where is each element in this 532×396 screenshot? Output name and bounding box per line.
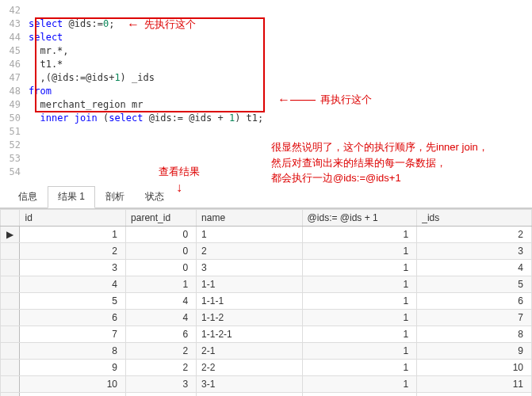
cell-_ids[interactable]: 2 bbox=[417, 227, 532, 243]
cell-parent_id[interactable]: 0 bbox=[126, 243, 197, 260]
code-content[interactable]: select @ids:=0; bbox=[29, 18, 114, 29]
row-marker bbox=[1, 276, 20, 293]
col-header-id[interactable]: id bbox=[20, 210, 126, 227]
code-line[interactable]: 46 t1.* bbox=[0, 57, 532, 70]
code-content[interactable]: merchant_region mr bbox=[29, 99, 144, 110]
cell-_ids[interactable]: 6 bbox=[417, 293, 532, 310]
cell-name[interactable]: 1-1-1 bbox=[197, 293, 303, 310]
tab-info[interactable]: 信息 bbox=[8, 186, 48, 208]
table-row[interactable]: ▶10112 bbox=[1, 227, 532, 243]
cell-id[interactable]: 6 bbox=[20, 310, 126, 326]
cell-parent_id[interactable]: 3 bbox=[126, 376, 197, 393]
cell-name[interactable]: 1-1-2-1 bbox=[197, 326, 303, 343]
cell-_ids[interactable]: 9 bbox=[417, 343, 532, 360]
cell-id[interactable]: 8 bbox=[20, 343, 126, 360]
cell-id[interactable]: 10 bbox=[20, 376, 126, 393]
cell-_ids[interactable]: 7 bbox=[417, 310, 532, 326]
cell-parent_id[interactable]: 4 bbox=[126, 310, 197, 326]
cell-_ids[interactable]: 10 bbox=[417, 360, 532, 376]
cell-expr[interactable]: 1 bbox=[302, 260, 417, 276]
code-content[interactable]: t1.* bbox=[29, 59, 63, 70]
cell-id[interactable]: 3 bbox=[20, 260, 126, 276]
cell-parent_id[interactable]: 2 bbox=[126, 343, 197, 360]
cell-parent_id[interactable]: 0 bbox=[126, 227, 197, 243]
cell-id[interactable]: 9 bbox=[20, 360, 126, 376]
code-line[interactable]: 44select bbox=[0, 30, 532, 44]
cell-id[interactable]: 5 bbox=[20, 293, 126, 310]
cell-_ids[interactable]: 4 bbox=[417, 260, 532, 276]
code-content[interactable]: from bbox=[29, 86, 52, 97]
cell-expr[interactable]: 1 bbox=[302, 326, 417, 343]
cell-expr[interactable]: 1 bbox=[302, 276, 417, 293]
code-line[interactable]: 50 inner join (select @ids:= @ids + 1) t… bbox=[0, 111, 532, 124]
explanation-text: 很显然说明了，这个的执行顺序，先inner join， 然后对查询出来的结果的每… bbox=[271, 139, 488, 186]
cell-_ids[interactable]: 12 bbox=[417, 393, 532, 397]
table-row[interactable]: 641-1-217 bbox=[1, 310, 532, 326]
code-line[interactable]: 48from bbox=[0, 84, 532, 97]
cell-name[interactable]: 2-1 bbox=[197, 343, 303, 360]
cell-name[interactable]: 2 bbox=[197, 243, 303, 260]
cell-id[interactable]: 1 bbox=[20, 227, 126, 243]
cell-expr[interactable]: 1 bbox=[302, 393, 417, 397]
result-table-wrap: id parent_id name @ids:= @ids + 1 _ids ▶… bbox=[0, 208, 532, 396]
cell-parent_id[interactable]: 1 bbox=[126, 393, 197, 397]
cell-parent_id[interactable]: 2 bbox=[126, 360, 197, 376]
explanation-line2: 然后对查询出来的结果的每一条数据， bbox=[271, 155, 488, 171]
code-content[interactable]: inner join (select @ids:= @ids + 1) t1; bbox=[29, 112, 263, 124]
table-row[interactable]: 822-119 bbox=[1, 343, 532, 360]
cell-parent_id[interactable]: 4 bbox=[126, 293, 197, 310]
cell-name[interactable]: 3-1 bbox=[197, 376, 303, 393]
cell-expr[interactable]: 1 bbox=[302, 343, 417, 360]
table-row[interactable]: 20213 bbox=[1, 243, 532, 260]
cell-id[interactable]: 4 bbox=[20, 276, 126, 293]
code-editor[interactable]: 4243select @ids:=0;44select45 mr.*,46 t1… bbox=[0, 0, 532, 181]
col-header-expr[interactable]: @ids:= @ids + 1 bbox=[302, 210, 417, 227]
cell-expr[interactable]: 1 bbox=[302, 227, 417, 243]
col-header-ids[interactable]: _ids bbox=[417, 210, 532, 227]
cell-id[interactable]: 11 bbox=[20, 393, 126, 397]
cell-name[interactable]: 2-2 bbox=[197, 360, 303, 376]
cell-_ids[interactable]: 5 bbox=[417, 276, 532, 293]
cell-_ids[interactable]: 8 bbox=[417, 326, 532, 343]
row-marker bbox=[1, 360, 20, 376]
tab-result[interactable]: 结果 1 bbox=[48, 186, 95, 208]
code-line[interactable]: 45 mr.*, bbox=[0, 44, 532, 57]
code-line[interactable]: 47 ,(@ids:=@ids+1) _ids bbox=[0, 70, 532, 84]
code-content[interactable]: select bbox=[29, 32, 63, 43]
table-row[interactable]: 30314 bbox=[1, 260, 532, 276]
cell-id[interactable]: 7 bbox=[20, 326, 126, 343]
cell-parent_id[interactable]: 6 bbox=[126, 326, 197, 343]
table-row[interactable]: 411-115 bbox=[1, 276, 532, 293]
cell-_ids[interactable]: 3 bbox=[417, 243, 532, 260]
cell-_ids[interactable]: 11 bbox=[417, 376, 532, 393]
cell-name[interactable]: 1-1 bbox=[197, 276, 303, 293]
tab-profile[interactable]: 剖析 bbox=[95, 186, 135, 208]
code-line[interactable]: 42 bbox=[0, 3, 532, 17]
col-header-parent-id[interactable]: parent_id bbox=[126, 210, 197, 227]
code-line[interactable]: 43select @ids:=0; bbox=[0, 17, 532, 30]
cell-expr[interactable]: 1 bbox=[302, 360, 417, 376]
table-row[interactable]: 541-1-116 bbox=[1, 293, 532, 310]
table-row[interactable]: 922-2110 bbox=[1, 360, 532, 376]
result-table[interactable]: id parent_id name @ids:= @ids + 1 _ids ▶… bbox=[0, 209, 532, 396]
table-row[interactable]: 1111-2112 bbox=[1, 393, 532, 397]
cell-parent_id[interactable]: 1 bbox=[126, 276, 197, 293]
cell-expr[interactable]: 1 bbox=[302, 243, 417, 260]
cell-id[interactable]: 2 bbox=[20, 243, 126, 260]
cell-name[interactable]: 1 bbox=[197, 227, 303, 243]
code-content[interactable]: ,(@ids:=@ids+1) _ids bbox=[29, 72, 155, 83]
col-header-name[interactable]: name bbox=[197, 210, 303, 227]
table-row[interactable]: 761-1-2-118 bbox=[1, 326, 532, 343]
cell-name[interactable]: 1-2 bbox=[197, 393, 303, 397]
table-row[interactable]: 1033-1111 bbox=[1, 376, 532, 393]
cell-parent_id[interactable]: 0 bbox=[126, 260, 197, 276]
code-content[interactable]: mr.*, bbox=[29, 45, 69, 56]
code-line[interactable]: 49 merchant_region mr bbox=[0, 97, 532, 111]
cell-name[interactable]: 1-1-2 bbox=[197, 310, 303, 326]
cell-name[interactable]: 3 bbox=[197, 260, 303, 276]
cell-expr[interactable]: 1 bbox=[302, 310, 417, 326]
row-marker: ▶ bbox=[1, 227, 20, 243]
cell-expr[interactable]: 1 bbox=[302, 293, 417, 310]
cell-expr[interactable]: 1 bbox=[302, 376, 417, 393]
code-line[interactable]: 51 bbox=[0, 124, 532, 138]
